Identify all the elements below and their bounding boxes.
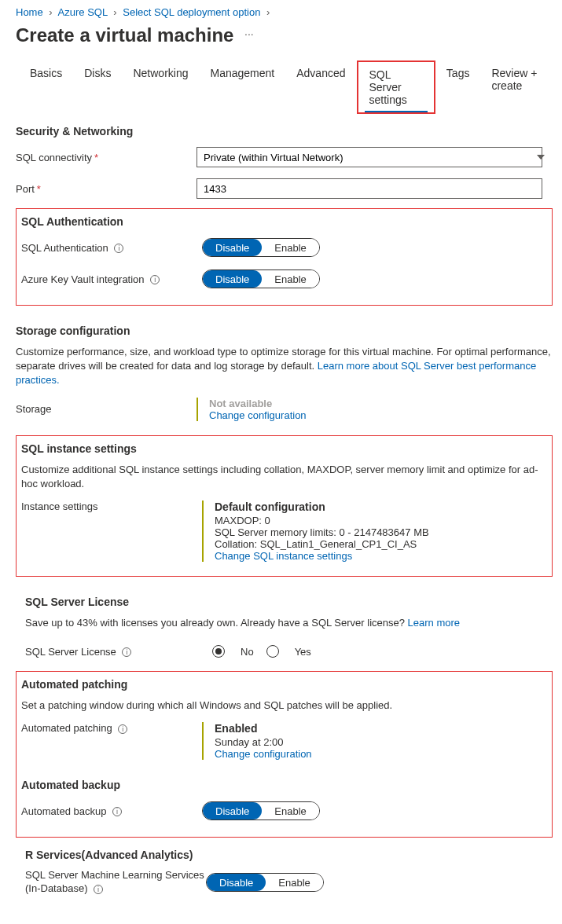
rservices-toggle[interactable]: Disable Enable: [206, 873, 324, 892]
breadcrumb-home[interactable]: Home: [16, 6, 43, 18]
more-icon[interactable]: ···: [244, 28, 254, 40]
breadcrumb: Home › Azure SQL › Select SQL deployment…: [16, 6, 553, 18]
port-label: Port*: [16, 183, 197, 195]
instance-desc: Customize additional SQL instance settin…: [21, 463, 547, 491]
info-icon[interactable]: i: [118, 724, 127, 734]
tab-basics[interactable]: Basics: [19, 60, 73, 114]
license-heading: SQL Server License: [25, 596, 543, 608]
tab-networking[interactable]: Networking: [122, 60, 199, 114]
instance-change-link[interactable]: Change SQL instance settings: [215, 550, 352, 562]
chevron-right-icon: ›: [113, 6, 116, 18]
rservices-heading: R Services(Advanced Analytics): [25, 849, 543, 861]
tab-review-create[interactable]: Review + create: [480, 60, 553, 114]
backup-label: Automated backup i: [21, 805, 202, 817]
storage-heading: Storage configuration: [16, 324, 553, 337]
rservices-enable[interactable]: Enable: [266, 874, 322, 891]
license-learn-more-link[interactable]: Learn more: [408, 617, 460, 629]
license-yes-radio[interactable]: [266, 645, 279, 658]
sql-auth-toggle[interactable]: Disable Enable: [202, 238, 320, 257]
tab-sql-server-settings[interactable]: SQL Server settings: [358, 62, 434, 112]
tab-tags[interactable]: Tags: [435, 60, 481, 114]
instance-label: Instance settings: [21, 500, 202, 512]
patching-label: Automated patching i: [21, 722, 202, 734]
chevron-right-icon: ›: [266, 6, 270, 18]
backup-disable[interactable]: Disable: [203, 802, 262, 820]
tab-management[interactable]: Management: [200, 60, 286, 114]
patching-schedule: Sunday at 2:00: [215, 736, 547, 748]
backup-heading: Automated backup: [21, 779, 547, 791]
info-icon[interactable]: i: [114, 244, 123, 253]
sql-auth-enable[interactable]: Enable: [262, 239, 318, 256]
akv-enable[interactable]: Enable: [262, 270, 318, 288]
license-desc: Save up to 43% with licenses you already…: [25, 616, 543, 630]
storage-desc: Customize performance, size, and workloa…: [16, 345, 553, 388]
akv-label: Azure Key Vault integration i: [21, 273, 202, 285]
instance-maxdop: MAXDOP: 0: [215, 515, 547, 526]
security-heading: Security & Networking: [16, 125, 553, 138]
sql-auth-disable[interactable]: Disable: [203, 239, 262, 256]
port-input[interactable]: [197, 178, 542, 199]
patching-heading: Automated patching: [21, 678, 547, 691]
instance-collation: Collation: SQL_Latin1_General_CP1_CI_AS: [215, 538, 547, 550]
patching-change-link[interactable]: Change configuration: [215, 748, 312, 760]
instance-memory: SQL Server memory limits: 0 - 2147483647…: [215, 526, 547, 538]
backup-enable[interactable]: Enable: [262, 802, 318, 820]
patching-enabled: Enabled: [215, 722, 547, 735]
rservices-label: SQL Server Machine Learning Services (In…: [25, 869, 206, 896]
sql-connectivity-label: SQL connectivity*: [16, 152, 197, 163]
license-no-label: No: [241, 646, 254, 658]
breadcrumb-azure-sql[interactable]: Azure SQL: [58, 6, 108, 18]
info-icon[interactable]: i: [94, 885, 103, 894]
backup-toggle[interactable]: Disable Enable: [202, 801, 320, 820]
breadcrumb-select-deployment[interactable]: Select SQL deployment option: [123, 6, 260, 18]
license-yes-label: Yes: [295, 646, 311, 658]
patching-desc: Set a patching window during which all W…: [21, 698, 547, 713]
sql-auth-heading: SQL Authentication: [21, 215, 547, 228]
instance-default: Default configuration: [215, 500, 547, 513]
rservices-disable[interactable]: Disable: [207, 874, 266, 891]
sql-auth-label: SQL Authentication i: [21, 242, 202, 254]
page-title: Create a virtual machine: [16, 24, 233, 46]
tabs: Basics Disks Networking Management Advan…: [19, 60, 553, 114]
chevron-right-icon: ›: [49, 6, 52, 18]
sql-connectivity-select[interactable]: Private (within Virtual Network): [197, 147, 542, 167]
license-label: SQL Server License i: [25, 646, 206, 658]
tab-advanced[interactable]: Advanced: [285, 60, 356, 114]
storage-label: Storage: [16, 403, 197, 415]
info-icon[interactable]: i: [122, 647, 131, 657]
tab-disks[interactable]: Disks: [73, 60, 122, 114]
storage-value: Not available: [209, 398, 553, 409]
info-icon[interactable]: i: [150, 275, 160, 284]
akv-toggle[interactable]: Disable Enable: [202, 270, 320, 288]
license-no-radio[interactable]: [212, 645, 225, 658]
instance-heading: SQL instance settings: [21, 442, 547, 455]
storage-change-link[interactable]: Change configuration: [209, 409, 307, 421]
info-icon[interactable]: i: [112, 807, 122, 816]
akv-disable[interactable]: Disable: [203, 270, 262, 288]
